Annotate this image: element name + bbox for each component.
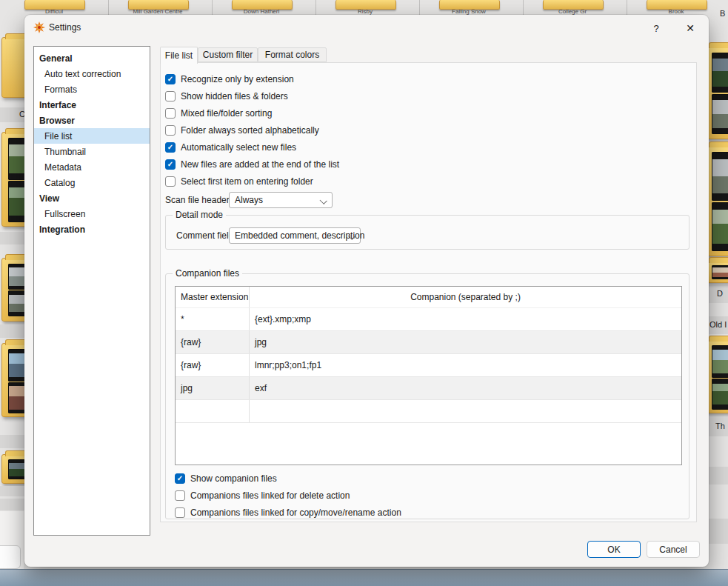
ok-button[interactable]: OK [587,541,641,558]
checkbox[interactable]: ✓ [165,159,176,170]
sidebar-item-interface[interactable]: Interface [34,97,150,113]
table-row[interactable]: * {ext}.xmp;xmp [176,308,681,331]
scan-file-headers-label: Scan file headers [165,192,234,208]
folder-name-label: Mill Garden Centre [106,8,210,15]
column-separator [212,0,213,15]
option-new-files-end[interactable]: ✓ New files are added at the end of the … [165,159,339,170]
scan-file-headers-select[interactable]: Always [229,192,333,208]
option-select-first-item[interactable]: ✓ Select first item on entering folder [165,176,313,187]
option-label: Show hidden files & folders [181,91,288,101]
check-icon: ✓ [167,161,173,168]
option-companions-delete-link[interactable]: ✓ Companions files linked for delete act… [175,490,350,502]
folder-name-label: B [720,9,725,18]
titlebar[interactable]: Settings ? ✕ [24,15,709,41]
cell-master: {raw} [176,354,250,376]
cell-master [176,400,250,422]
column-separator [108,0,109,15]
option-show-hidden[interactable]: ✓ Show hidden files & folders [165,90,288,102]
label-row [0,324,24,338]
column-header-companion[interactable]: Companion (separated by ;) [250,292,681,302]
column-header-master-extension[interactable]: Master extension [176,287,250,307]
folder-name-label: D [717,289,723,298]
label-row [709,519,728,544]
folder-name-label: Down Hatherl [210,8,313,15]
table-row[interactable]: jpg exf [176,377,681,400]
select-value: Always [235,195,263,205]
sidebar-item-integration[interactable]: Integration [34,222,150,237]
label-row [0,499,24,510]
app-icon [33,21,46,34]
tab-custom-filter[interactable]: Custom filter [198,47,258,62]
checkbox[interactable]: ✓ [175,507,185,518]
sidebar-item-view[interactable]: View [34,190,150,206]
folder-name-label: Th [715,422,725,430]
table-row[interactable] [176,400,681,423]
table-row[interactable]: {raw} lmnr;pp3;on1;fp1 [176,354,681,377]
suggested-section-header[interactable]: ▼ Suggested [0,569,728,586]
option-mixed-sorting[interactable]: ✓ Mixed file/folder sorting [165,107,272,119]
sidebar-item-auto-text-correction[interactable]: Auto text correction [34,66,150,81]
folder-name-label: Brook [624,8,728,15]
folder-name-label: College Gr [521,8,624,15]
label-row [0,486,24,496]
cancel-button[interactable]: Cancel [647,541,700,558]
companion-table[interactable]: Master extension Companion (separated by… [175,286,682,465]
option-label: New files are added at the end of the li… [181,159,339,170]
cell-master: jpg [176,377,250,399]
option-recognize-by-extension[interactable]: ✓ Recognize only by extension [165,73,294,85]
column-separator [315,0,316,15]
table-empty-area [176,423,681,465]
label-row [709,467,728,485]
close-icon[interactable]: ✕ [678,18,702,39]
checkbox[interactable]: ✓ [165,74,176,84]
sidebar-item-formats[interactable]: Formats [34,81,150,97]
check-icon: ✓ [177,475,183,482]
option-label: Companions files linked for delete actio… [190,490,350,501]
comment-field-label: Comment field [176,227,233,244]
cell-companion: lmnr;pp3;on1;fp1 [250,360,681,370]
tab-file-list[interactable]: File list [160,47,198,64]
folder-name-label: Old I [709,320,727,329]
checkbox[interactable]: ✓ [165,125,176,136]
sidebar-item-fullscreen[interactable]: Fullscreen [34,206,150,222]
checkbox[interactable]: ✓ [175,490,185,501]
sidebar-item-thumbnail[interactable]: Thumbnail [34,144,150,159]
column-separator [419,0,420,15]
settings-sidebar: General Auto text correction Formats Int… [33,46,150,536]
checkbox[interactable]: ✓ [165,176,176,187]
checkbox[interactable]: ✓ [175,473,185,484]
comment-field-select[interactable]: Embedded comment, description [229,227,361,244]
window-title: Settings [49,22,81,33]
label-row [0,232,24,244]
cell-companion: jpg [250,337,681,347]
folder-name-label: Risby [313,8,417,15]
option-folder-alphabetical[interactable]: ✓ Folder always sorted alphabetically [165,124,319,136]
sidebar-item-file-list[interactable]: File list [34,128,150,144]
cell-master: {raw} [176,331,250,353]
check-icon: ✓ [167,76,173,83]
checkbox[interactable]: ✓ [165,142,176,153]
cell-master: * [176,308,250,330]
option-label: Mixed file/folder sorting [181,108,272,119]
help-button[interactable]: ? [644,18,668,39]
sidebar-item-general[interactable]: General [34,50,150,66]
group-legend: Companion files [173,268,242,279]
checkbox[interactable]: ✓ [165,108,176,119]
checkbox[interactable]: ✓ [165,91,176,101]
background-button [0,545,21,569]
tab-format-colors[interactable]: Format colors [258,47,327,62]
sidebar-item-browser[interactable]: Browser [34,113,150,128]
sidebar-item-catalog[interactable]: Catalog [34,175,150,190]
option-auto-select-new[interactable]: ✓ Automatically select new files [165,141,296,153]
option-show-companion-files[interactable]: ✓ Show companion files [175,473,277,485]
table-row[interactable]: {raw} jpg [176,331,681,354]
option-label: Recognize only by extension [181,74,294,84]
column-separator [627,0,627,15]
label-row [0,435,24,448]
group-legend: Detail mode [173,210,226,220]
sidebar-item-metadata[interactable]: Metadata [34,159,150,175]
folder-name-label: Falling Snow [417,8,521,15]
option-label: Companions files linked for copy/move/re… [190,507,401,518]
option-companions-copy-link[interactable]: ✓ Companions files linked for copy/move/… [175,507,401,519]
option-label: Select first item on entering folder [181,176,313,187]
